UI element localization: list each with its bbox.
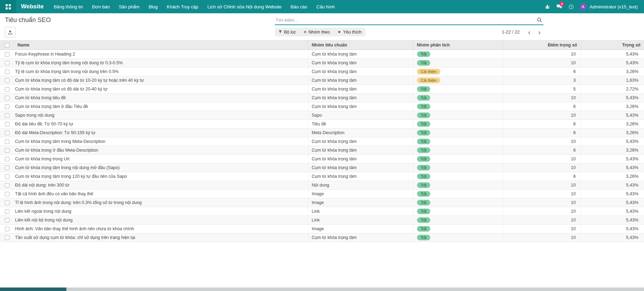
column-header-score[interactable]: Điểm trọng số bbox=[503, 41, 581, 50]
table-row[interactable]: Độ dài nội dung: trên 300 từNội dungTốt1… bbox=[0, 181, 644, 190]
row-analysis-cell: Tốt bbox=[413, 59, 503, 67]
menu-item[interactable]: Báo cáo bbox=[286, 0, 312, 13]
row-score: 10 bbox=[503, 155, 581, 163]
row-checkbox[interactable] bbox=[5, 122, 9, 126]
analysis-badge: Tốt bbox=[417, 174, 431, 179]
table-row[interactable]: Cụm từ khóa trọng tâm trong 120 ký tự đầ… bbox=[0, 172, 644, 181]
table-row[interactable]: Độ dài tiêu đề: Từ 50-70 ký tựTiêu đềTốt… bbox=[0, 120, 644, 129]
table-row[interactable]: Focus-Keyphrase in Heading 2Cụm từ khóa … bbox=[0, 50, 644, 59]
row-analysis-cell: Tốt bbox=[413, 155, 503, 163]
horizontal-scrollbar[interactable] bbox=[0, 288, 644, 291]
table-row[interactable]: Liên kết ngoài trong nội dungLinkTốt105,… bbox=[0, 207, 644, 216]
row-checkbox[interactable] bbox=[5, 235, 9, 240]
table-row[interactable]: Độ dài Meta-Description: Từ 50-155 ký tự… bbox=[0, 129, 644, 137]
row-criteria-group: Image bbox=[308, 225, 413, 233]
row-checkbox[interactable] bbox=[5, 52, 9, 57]
table-row[interactable]: Cụm từ khóa trong tiêu đềCụm từ khóa trọ… bbox=[0, 94, 644, 102]
row-checkbox[interactable] bbox=[5, 166, 9, 170]
row-checkbox[interactable] bbox=[5, 174, 9, 179]
row-checkbox[interactable] bbox=[5, 218, 9, 223]
filters-button[interactable]: Bộ lọc bbox=[275, 28, 300, 36]
row-weight: 5,43% bbox=[581, 94, 644, 102]
row-criteria-group: Cụm từ khóa trọng tâm bbox=[308, 102, 413, 111]
row-checkbox[interactable] bbox=[5, 131, 9, 135]
column-header-group[interactable]: Nhóm tiêu chuẩn bbox=[308, 41, 413, 50]
row-checkbox[interactable] bbox=[5, 104, 9, 109]
table-header-row: Name Nhóm tiêu chuẩn Nhóm phân tích Điểm… bbox=[0, 41, 644, 50]
table-row[interactable]: Cụm từ khóa trọng tâm ở đầu Tiêu đềCụm t… bbox=[0, 102, 644, 111]
row-checkbox-cell bbox=[0, 207, 14, 216]
row-checkbox[interactable] bbox=[5, 201, 9, 205]
list-view-table: Name Nhóm tiêu chuẩn Nhóm phân tích Điểm… bbox=[0, 40, 644, 242]
table-row[interactable]: Tỷ lệ cụm từ khóa trọng tâm trong nội du… bbox=[0, 67, 644, 76]
table-row[interactable]: Sapo trong nội dungSapoTốt105,43% bbox=[0, 111, 644, 120]
row-analysis-cell: Cải thiện bbox=[413, 76, 503, 85]
menu-item[interactable]: Đơn bán bbox=[88, 0, 114, 13]
row-checkbox[interactable] bbox=[5, 192, 9, 196]
favorites-button[interactable]: ★ Yêu thích bbox=[334, 28, 366, 36]
table-row[interactable]: Tỉ lệ hình ảnh trong nội dung: trên 0.3%… bbox=[0, 198, 644, 207]
scrollbar-thumb[interactable] bbox=[0, 288, 66, 291]
table-row[interactable]: Liên kết nội bộ trong nội dungLinkTốt105… bbox=[0, 216, 644, 225]
search-box bbox=[275, 16, 543, 25]
row-score: 10 bbox=[503, 50, 581, 59]
row-checkbox[interactable] bbox=[5, 183, 9, 188]
row-criteria-group: Cụm từ khóa trọng tâm bbox=[308, 233, 413, 242]
export-button[interactable] bbox=[5, 27, 15, 37]
table-row[interactable]: Cụm từ khóa trọng tâm có độ dài từ 10-20… bbox=[0, 76, 644, 85]
row-checkbox[interactable] bbox=[5, 87, 9, 92]
row-checkbox[interactable] bbox=[5, 139, 9, 144]
avatar: A bbox=[579, 3, 587, 10]
group-by-button[interactable]: ≡ Nhóm theo bbox=[300, 28, 334, 36]
messages-icon[interactable]: 2 bbox=[554, 0, 564, 13]
row-weight: 1,63% bbox=[581, 76, 644, 85]
row-checkbox[interactable] bbox=[5, 113, 9, 118]
row-checkbox[interactable] bbox=[5, 148, 9, 153]
pager-next-button[interactable]: › bbox=[535, 29, 543, 35]
analysis-badge: Tốt bbox=[417, 226, 431, 232]
row-checkbox-cell bbox=[0, 172, 14, 181]
table-row[interactable]: Hình ảnh: Văn bản thay thế hình ảnh nên … bbox=[0, 225, 644, 233]
table-row[interactable]: Cụm từ khóa trọng tâm trong nội dung mở … bbox=[0, 163, 644, 172]
menu-item[interactable]: Bảng thông tin bbox=[49, 0, 88, 13]
select-all-checkbox[interactable] bbox=[5, 43, 9, 48]
table-row[interactable]: Cụm từ khóa trọng tâm có độ dài từ 20-40… bbox=[0, 85, 644, 94]
apps-menu-button[interactable] bbox=[0, 0, 16, 13]
table-row[interactable]: Cụm từ khóa trong ở đầu Meta-Description… bbox=[0, 146, 644, 155]
menu-item[interactable]: Sản phẩm bbox=[114, 0, 144, 13]
row-criteria-group: Cụm từ khóa trọng tâm bbox=[308, 67, 413, 76]
row-checkbox[interactable] bbox=[5, 157, 9, 161]
menu-item[interactable]: Lịch sử Chỉnh sửa Nội dung Website bbox=[203, 0, 286, 13]
column-header-weight[interactable]: Trọng số bbox=[581, 41, 644, 50]
column-header-analysis[interactable]: Nhóm phân tích bbox=[413, 41, 503, 50]
row-checkbox[interactable] bbox=[5, 96, 9, 100]
app-brand[interactable]: Website bbox=[21, 0, 44, 13]
row-criteria-group: Tiêu đề bbox=[308, 120, 413, 129]
menu-item[interactable]: Blog bbox=[144, 0, 162, 13]
table-row[interactable]: Cụm từ khóa trọng tâm trong Meta-Descrip… bbox=[0, 137, 644, 146]
table-row[interactable]: Tần suất sử dụng cụm từ khóa: chỉ sử dụn… bbox=[0, 233, 644, 242]
column-header-name[interactable]: Name bbox=[14, 41, 308, 50]
table-row[interactable]: Tỷ lệ cụm từ khóa trọng tâm trong nội du… bbox=[0, 59, 644, 67]
row-checkbox[interactable] bbox=[5, 209, 9, 214]
row-checkbox[interactable] bbox=[5, 70, 9, 74]
table-row[interactable]: Tất cả hình ảnh đều có văn bản thay thếI… bbox=[0, 190, 644, 198]
menu-item[interactable]: Khách Truy cập bbox=[162, 0, 203, 13]
search-icon[interactable] bbox=[537, 17, 542, 24]
row-weight: 5,43% bbox=[581, 181, 644, 190]
row-checkbox[interactable] bbox=[5, 78, 9, 83]
row-score: 10 bbox=[503, 181, 581, 190]
row-analysis-cell: Tốt bbox=[413, 94, 503, 102]
pager-prev-button[interactable]: ‹ bbox=[525, 29, 533, 35]
row-analysis-cell: Tốt bbox=[413, 129, 503, 137]
bug-icon[interactable] bbox=[542, 0, 552, 13]
search-input[interactable] bbox=[275, 16, 543, 25]
user-menu[interactable]: A Administrator (v15_test) bbox=[578, 3, 639, 10]
activities-clock-icon[interactable] bbox=[566, 0, 576, 13]
table-row[interactable]: Cụm từ khóa trong trong UrlCụm từ khóa t… bbox=[0, 155, 644, 163]
row-analysis-cell: Tốt bbox=[413, 85, 503, 94]
row-checkbox[interactable] bbox=[5, 227, 9, 231]
menu-item[interactable]: Cấu hình bbox=[312, 0, 339, 13]
row-checkbox-cell bbox=[0, 120, 14, 129]
row-checkbox[interactable] bbox=[5, 61, 9, 65]
